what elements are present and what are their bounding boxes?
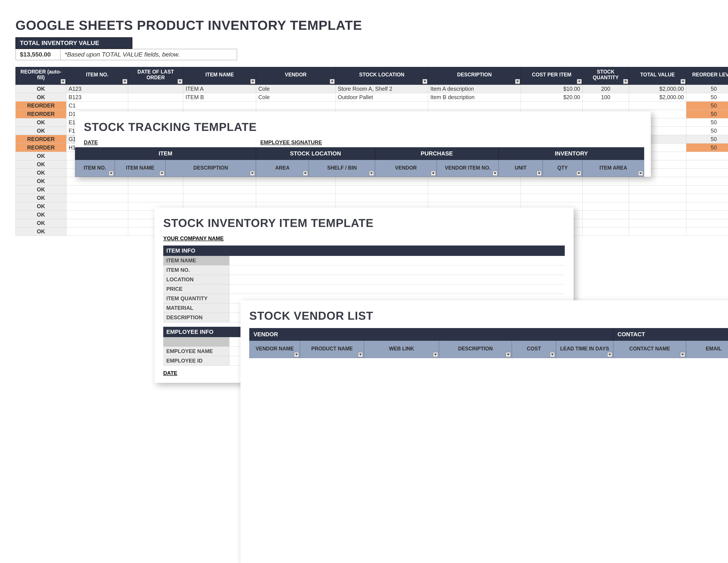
filter-icon[interactable] xyxy=(576,171,581,176)
item-field-label: LOCATION xyxy=(163,275,229,284)
inv-col-10[interactable]: REORDER LEVEL xyxy=(686,67,728,85)
filter-icon[interactable] xyxy=(303,171,308,176)
filter-icon[interactable] xyxy=(537,171,542,176)
filter-icon[interactable] xyxy=(550,352,555,357)
inv-col-6[interactable]: DESCRIPTION xyxy=(428,67,521,85)
tracking-col[interactable]: QTY xyxy=(543,160,582,177)
tracking-col[interactable]: DESCRIPTION xyxy=(165,160,256,177)
employee-field-label: EMPLOYEE NAME xyxy=(163,347,229,356)
vendor-col[interactable]: EMAIL xyxy=(686,341,728,358)
vendor-col[interactable]: DESCRIPTION xyxy=(439,341,512,358)
item-field-label: MATERIAL xyxy=(163,304,229,313)
filter-icon[interactable] xyxy=(577,79,582,84)
filter-icon[interactable] xyxy=(61,79,66,84)
filter-icon[interactable] xyxy=(122,79,127,84)
filter-icon[interactable] xyxy=(623,79,628,84)
filter-icon[interactable] xyxy=(330,79,335,84)
tracking-col[interactable]: ITEM NO. xyxy=(75,160,115,177)
vendor-group: VENDOR xyxy=(249,328,613,341)
item-field-value[interactable] xyxy=(229,256,565,265)
inv-col-9[interactable]: TOTAL VALUE xyxy=(629,67,686,85)
inv-col-8[interactable]: STOCK QUANTITY xyxy=(583,67,629,85)
inv-col-3[interactable]: ITEM NAME xyxy=(183,67,256,85)
filter-icon[interactable] xyxy=(607,352,612,357)
inv-col-2[interactable]: DATE OF LAST ORDER xyxy=(128,67,183,85)
tracking-col[interactable]: VENDOR ITEM NO. xyxy=(437,160,499,177)
total-inventory-value-header: TOTAL INVENTORY VALUE xyxy=(15,37,132,49)
total-inventory-value: $13,550.00 xyxy=(15,49,61,60)
filter-icon[interactable] xyxy=(638,171,643,176)
inv-col-5[interactable]: STOCK LOCATION xyxy=(336,67,428,85)
filter-icon[interactable] xyxy=(109,171,114,176)
filter-icon[interactable] xyxy=(422,79,427,84)
filter-icon[interactable] xyxy=(515,79,520,84)
tracking-col[interactable]: ITEM AREA xyxy=(582,160,644,177)
stock-tracking-pane: STOCK TRACKING TEMPLATE DATE EMPLOYEE SI… xyxy=(75,111,651,177)
vendor-col[interactable]: VENDOR NAME xyxy=(249,341,300,358)
filter-icon[interactable] xyxy=(493,171,497,176)
item-field-value[interactable] xyxy=(229,285,565,294)
total-inventory-value-note: *Based upon TOTAL VALUE fields, below. xyxy=(61,49,237,60)
filter-icon[interactable] xyxy=(506,352,511,357)
item-field-value[interactable] xyxy=(229,265,565,274)
filter-icon[interactable] xyxy=(433,352,438,357)
tracking-group: STOCK LOCATION xyxy=(256,147,375,160)
filter-icon[interactable] xyxy=(431,171,436,176)
employee-signature-label: EMPLOYEE SIGNATURE xyxy=(260,139,322,145)
inv-col-4[interactable]: VENDOR xyxy=(256,67,336,85)
table-row[interactable]: OKB123ITEM BColeOutdoor PalletItem B des… xyxy=(16,93,728,101)
filter-icon[interactable] xyxy=(178,79,182,84)
date-label: DATE xyxy=(84,139,260,145)
vendor-col[interactable]: COST xyxy=(512,341,556,358)
item-field-label: DESCRIPTION xyxy=(163,313,229,322)
tracking-group: PURCHASE xyxy=(375,147,499,160)
item-field-label: ITEM NO. xyxy=(163,265,229,274)
table-row[interactable]: OK xyxy=(16,194,728,202)
employee-info-blank xyxy=(163,337,229,347)
item-info-header: ITEM INFO xyxy=(163,245,565,256)
filter-icon[interactable] xyxy=(680,352,685,357)
tracking-col[interactable]: ITEM NAME xyxy=(115,160,165,177)
tracking-col[interactable]: VENDOR xyxy=(375,160,437,177)
item-field-label: ITEM QUANTITY xyxy=(163,294,229,303)
table-row[interactable]: OK xyxy=(16,177,728,185)
filter-icon[interactable] xyxy=(294,352,299,357)
stock-item-title: STOCK INVENTORY ITEM TEMPLATE xyxy=(154,207,574,235)
item-field-value[interactable] xyxy=(229,275,565,284)
tracking-group: INVENTORY xyxy=(499,147,644,160)
filter-icon[interactable] xyxy=(369,171,374,176)
item-field-label: PRICE xyxy=(163,285,229,294)
vendor-group: CONTACT xyxy=(613,328,728,341)
stock-tracking-title: STOCK TRACKING TEMPLATE xyxy=(75,111,651,139)
tracking-group: ITEM xyxy=(75,147,256,160)
vendor-col[interactable]: CONTACT NAME xyxy=(613,341,686,358)
company-name-label: YOUR COMPANY NAME xyxy=(163,235,565,244)
filter-icon[interactable] xyxy=(159,171,164,176)
stock-vendor-pane: STOCK VENDOR LIST VENDORCONTACT VENDOR N… xyxy=(240,300,728,563)
filter-icon[interactable] xyxy=(681,79,685,84)
filter-icon[interactable] xyxy=(250,79,255,84)
employee-field-label: EMPLOYEE ID xyxy=(163,356,229,366)
vendor-col[interactable]: PRODUCT NAME xyxy=(300,341,364,358)
filter-icon[interactable] xyxy=(358,352,363,357)
filter-icon[interactable] xyxy=(250,171,255,176)
table-row[interactable]: REORDERC1502 xyxy=(16,101,728,110)
tracking-col[interactable]: UNIT xyxy=(499,160,543,177)
inv-col-0[interactable]: REORDER (auto-fill) xyxy=(16,67,66,85)
item-field-label: ITEM NAME xyxy=(163,256,229,265)
table-row[interactable]: OKA123ITEM AColeStore Room A, Shelf 2Ite… xyxy=(16,85,728,93)
vendor-col[interactable]: LEAD TIME IN DAYS xyxy=(556,341,613,358)
vendor-col[interactable]: WEB LINK xyxy=(364,341,439,358)
tracking-col[interactable]: AREA xyxy=(256,160,309,177)
inv-col-7[interactable]: COST PER ITEM xyxy=(521,67,583,85)
page-title: GOOGLE SHEETS PRODUCT INVENTORY TEMPLATE xyxy=(15,15,728,37)
inv-col-1[interactable]: ITEM NO. xyxy=(66,67,128,85)
stock-vendor-title: STOCK VENDOR LIST xyxy=(240,300,728,328)
tracking-col[interactable]: SHELF / BIN xyxy=(309,160,375,177)
table-row[interactable]: OK xyxy=(16,185,728,194)
